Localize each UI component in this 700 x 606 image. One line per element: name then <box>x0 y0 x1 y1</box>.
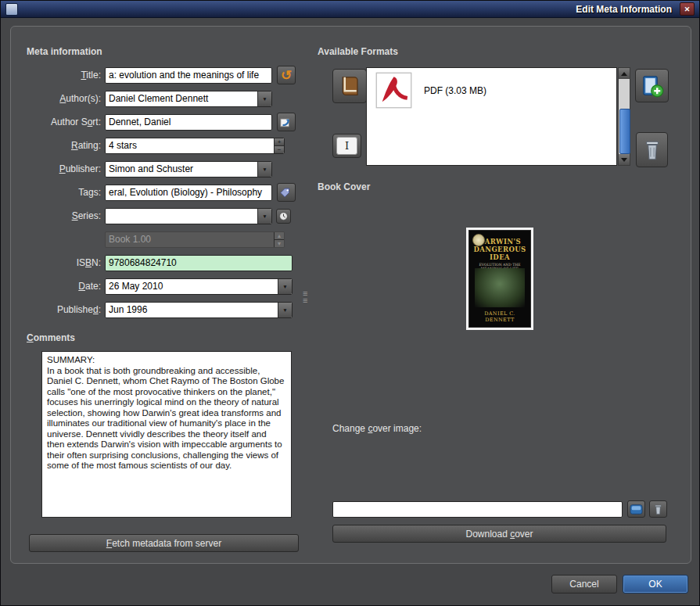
series-label: Series: <box>15 210 105 221</box>
author-sort-label: Author Sort: <box>15 117 105 127</box>
cover-art: DARWIN'S DANGEROUS IDEA EVOLUTION AND TH… <box>468 230 531 328</box>
browse-cover-button[interactable] <box>627 500 645 518</box>
scroll-down-button[interactable] <box>619 154 630 165</box>
rating-row: Rating: + − <box>15 137 285 154</box>
author-sort-input[interactable] <box>105 114 272 131</box>
edit-meta-dialog: Edit Meta Information ✕ Meta information… <box>0 0 700 606</box>
formats-group-title: Available Formats <box>318 46 398 57</box>
date-input[interactable] <box>106 279 278 294</box>
publisher-input[interactable] <box>106 162 257 177</box>
swap-title-author-button[interactable]: ↺ <box>277 66 296 84</box>
pdf-icon <box>372 72 416 109</box>
title-input[interactable] <box>105 67 272 84</box>
series-row: Series: ▼ <box>15 207 291 224</box>
series-index-input <box>106 232 274 247</box>
series-combo[interactable]: ▼ <box>105 208 272 224</box>
spin-up-icon[interactable]: + <box>275 138 284 145</box>
pen-arrow-icon <box>279 117 293 128</box>
book-cover: DARWIN'S DANGEROUS IDEA EVOLUTION AND TH… <box>466 228 533 330</box>
format-label: PDF (3.03 MB) <box>424 85 486 96</box>
close-button[interactable]: ✕ <box>680 2 695 16</box>
add-format-button[interactable] <box>635 69 669 102</box>
publisher-row: Publisher: ▼ <box>15 160 272 177</box>
meta-group-title: Meta information <box>27 46 102 57</box>
text-key-icon: I <box>336 137 357 155</box>
date-label: Date: <box>15 281 105 292</box>
tags-label: Tags: <box>15 187 105 198</box>
change-cover-label: Change cover image: <box>332 423 422 434</box>
app-icon <box>5 3 18 16</box>
cover-photo <box>475 268 525 307</box>
ok-button[interactable]: OK <box>623 575 688 593</box>
scrollbar-thumb[interactable] <box>619 109 630 154</box>
browse-icon <box>630 504 643 515</box>
trash-icon <box>642 138 662 162</box>
comments-group-title: Comments <box>27 332 75 343</box>
title-label: Title: <box>15 70 105 81</box>
formats-scrollbar[interactable] <box>618 67 630 166</box>
cover-author: DANIEL C. DENNETT <box>469 310 530 323</box>
format-text-button[interactable]: I <box>332 134 361 158</box>
formats-list[interactable]: PDF (3.03 MB) <box>366 67 617 166</box>
spin-down-icon[interactable]: − <box>275 145 284 153</box>
format-item[interactable]: PDF (3.03 MB) <box>367 68 616 113</box>
chevron-down-icon[interactable]: ▼ <box>257 162 271 177</box>
splitter-handle[interactable]: ≡≡ <box>303 290 307 304</box>
tags-icon <box>279 187 293 199</box>
trash-small-icon <box>653 504 663 515</box>
authors-combo[interactable]: ▼ <box>105 91 272 107</box>
isbn-input[interactable] <box>105 255 293 271</box>
clock-icon <box>278 211 289 221</box>
published-input[interactable] <box>106 303 278 317</box>
comments-textarea[interactable]: SUMMARY: In a book that is both groundbr… <box>41 351 292 518</box>
authors-row: Author(s): ▼ <box>15 90 272 107</box>
chevron-down-icon[interactable]: ▼ <box>257 209 271 224</box>
rating-input[interactable] <box>106 138 274 153</box>
tags-input[interactable] <box>105 185 272 201</box>
fetch-metadata-button[interactable]: Fetch metadata from server <box>29 534 299 552</box>
chevron-down-icon[interactable]: ▼ <box>257 91 271 106</box>
title-row: Title: ↺ <box>15 66 296 84</box>
scroll-up-button[interactable] <box>619 68 630 79</box>
medal-emblem-icon <box>472 234 485 246</box>
spin-up-icon: ▴ <box>275 232 284 239</box>
chevron-down-icon[interactable]: ▼ <box>278 279 292 294</box>
publisher-combo[interactable]: ▼ <box>105 161 272 177</box>
rating-label: Rating: <box>15 140 105 151</box>
tag-editor-button[interactable] <box>277 183 296 202</box>
date-row: Date: ▼ <box>15 278 293 295</box>
isbn-row: ISBN: <box>15 254 293 271</box>
remove-format-button[interactable] <box>636 132 668 167</box>
isbn-label: ISBN: <box>15 257 105 268</box>
clear-cover-button[interactable] <box>649 500 667 518</box>
published-label: Published: <box>15 304 105 315</box>
download-cover-button[interactable]: Download cover <box>332 525 666 543</box>
window-title: Edit Meta Information <box>576 4 672 15</box>
auto-author-sort-button[interactable] <box>277 113 296 131</box>
book-icon <box>338 74 361 98</box>
date-picker[interactable]: ▼ <box>105 278 293 295</box>
format-book-button[interactable] <box>332 69 367 103</box>
titlebar[interactable]: Edit Meta Information ✕ <box>1 1 699 18</box>
swap-arrows-icon: ↺ <box>281 69 292 82</box>
rating-spinbox[interactable]: + − <box>105 138 285 154</box>
series-index-spinner: ▴ ▾ <box>105 231 285 248</box>
tags-row: Tags: <box>15 184 296 201</box>
add-book-icon <box>641 74 664 98</box>
spin-down-icon: ▾ <box>275 239 284 247</box>
series-input[interactable] <box>106 209 257 224</box>
cancel-button[interactable]: Cancel <box>551 575 617 593</box>
cover-group-title: Book Cover <box>318 181 370 192</box>
published-row: Published: ▼ <box>15 301 293 318</box>
authors-input[interactable] <box>106 91 257 106</box>
author-sort-row: Author Sort: <box>15 113 296 131</box>
published-picker[interactable]: ▼ <box>105 302 293 318</box>
publisher-label: Publisher: <box>15 163 105 174</box>
triangle-down-icon <box>621 158 627 162</box>
chevron-down-icon[interactable]: ▼ <box>278 303 292 317</box>
series-index-row: ▴ ▾ <box>15 231 285 248</box>
authors-label: Author(s): <box>15 93 105 104</box>
triangle-up-icon <box>621 72 627 76</box>
cover-path-input[interactable] <box>332 501 623 518</box>
remove-unused-series-button[interactable] <box>276 209 291 224</box>
